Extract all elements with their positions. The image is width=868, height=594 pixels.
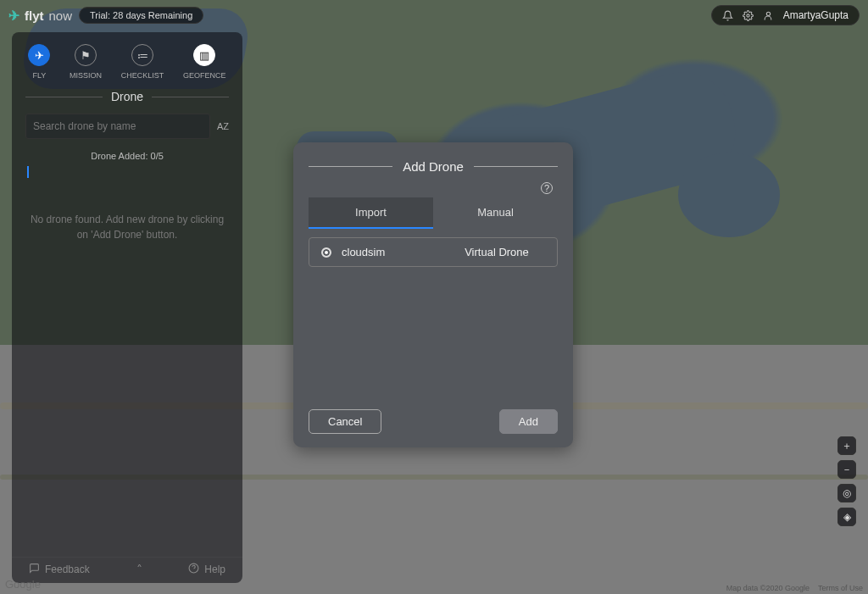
section-title: Drone xyxy=(111,90,143,103)
gear-icon[interactable] xyxy=(743,9,754,21)
feedback-button[interactable]: Feedback xyxy=(29,563,90,576)
plane-icon: ✈ xyxy=(8,8,19,24)
modal-tabs: Import Manual xyxy=(309,197,558,229)
locate-button[interactable]: ◎ xyxy=(837,484,856,502)
section-title-row: Drone xyxy=(12,83,242,110)
drone-import-row[interactable]: cloudsim Virtual Drone xyxy=(309,237,558,267)
trial-remaining: Trial: 28 days Remaining xyxy=(79,7,203,24)
tab-label: MISSION xyxy=(70,71,102,80)
empty-state-text: No drone found. Add new drone by clickin… xyxy=(12,178,242,242)
radio-select[interactable] xyxy=(321,247,331,258)
left-panel: ✈ FLY ⚑ MISSION ≔ CHECKLIST ▥ GEOFENCE D… xyxy=(12,32,242,583)
add-button[interactable]: Add xyxy=(499,409,558,434)
map-controls: ＋ － ◎ ◈ xyxy=(837,436,856,526)
tab-fly[interactable]: ✈ FLY xyxy=(28,44,50,80)
brand-flyt: flyt xyxy=(25,8,44,23)
search-input[interactable] xyxy=(25,114,210,139)
checklist-icon: ≔ xyxy=(137,49,148,62)
terms-link[interactable]: Terms of Use xyxy=(818,584,863,592)
add-drone-modal: Add Drone ? Import Manual cloudsim Virtu… xyxy=(293,142,573,447)
tab-manual[interactable]: Manual xyxy=(433,197,558,229)
tab-label: FLY xyxy=(32,71,46,80)
map-data-text: Map data ©2020 Google xyxy=(726,584,810,592)
tab-mission[interactable]: ⚑ MISSION xyxy=(70,44,102,80)
svg-point-1 xyxy=(766,12,770,15)
plane-icon: ✈ xyxy=(35,49,44,62)
chevron-up-icon[interactable]: ˄ xyxy=(136,563,142,576)
help-icon xyxy=(188,563,199,576)
tab-geofence[interactable]: ▥ GEOFENCE xyxy=(183,44,226,80)
zoom-in-button[interactable]: ＋ xyxy=(837,436,856,455)
bell-icon[interactable] xyxy=(722,9,734,21)
drone-type: Virtual Drone xyxy=(448,246,545,258)
google-watermark: Google xyxy=(5,578,41,591)
help-label: Help xyxy=(204,563,225,575)
user-menu[interactable]: AmartyaGupta xyxy=(711,5,860,25)
modal-title: Add Drone xyxy=(403,159,464,174)
panel-tabs: ✈ FLY ⚑ MISSION ≔ CHECKLIST ▥ GEOFENCE xyxy=(12,32,242,83)
brand-now: now xyxy=(49,8,73,23)
active-marker xyxy=(27,166,29,178)
help-button[interactable]: Help xyxy=(188,563,225,576)
user-name: AmartyaGupta xyxy=(783,9,849,21)
tab-import[interactable]: Import xyxy=(309,197,433,229)
geofence-icon: ▥ xyxy=(199,49,209,62)
user-icon xyxy=(763,9,775,21)
feedback-label: Feedback xyxy=(45,563,90,575)
tab-label: GEOFENCE xyxy=(183,71,226,80)
zoom-out-button[interactable]: － xyxy=(837,460,856,479)
svg-point-0 xyxy=(747,14,749,16)
brand-logo[interactable]: ✈ flytnow xyxy=(8,8,72,24)
sort-button[interactable]: AZ xyxy=(217,121,229,131)
feedback-icon xyxy=(29,563,40,576)
drone-name: cloudsim xyxy=(342,246,438,258)
panel-footer: Feedback ˄ Help xyxy=(12,557,242,583)
flag-icon: ⚑ xyxy=(81,49,91,62)
modal-help-icon[interactable]: ? xyxy=(541,182,553,194)
cancel-button[interactable]: Cancel xyxy=(309,409,381,434)
tab-checklist[interactable]: ≔ CHECKLIST xyxy=(121,44,164,80)
map-attribution: Map data ©2020 Google Terms of Use xyxy=(726,584,863,592)
tab-label: CHECKLIST xyxy=(121,71,164,80)
top-bar: ✈ flytnow Trial: 28 days Remaining Amart… xyxy=(8,5,860,25)
layers-button[interactable]: ◈ xyxy=(837,508,856,526)
drone-count: Drone Added: 0/5 xyxy=(12,139,242,164)
